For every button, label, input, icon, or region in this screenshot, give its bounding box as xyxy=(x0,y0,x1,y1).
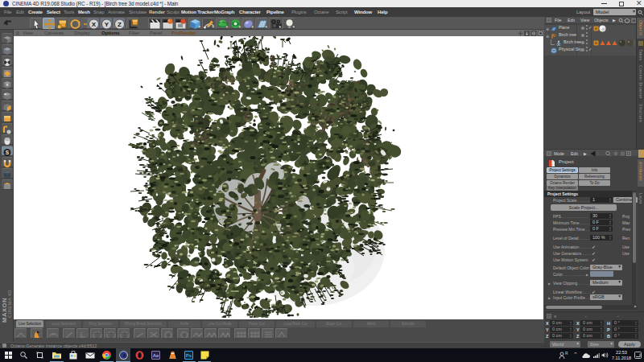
svg-text:X: X xyxy=(92,21,97,28)
svg-text:S: S xyxy=(6,150,10,155)
svg-text:R: R xyxy=(565,352,568,356)
svg-text:Z: Z xyxy=(118,21,122,28)
svg-text:Y: Y xyxy=(105,21,109,28)
